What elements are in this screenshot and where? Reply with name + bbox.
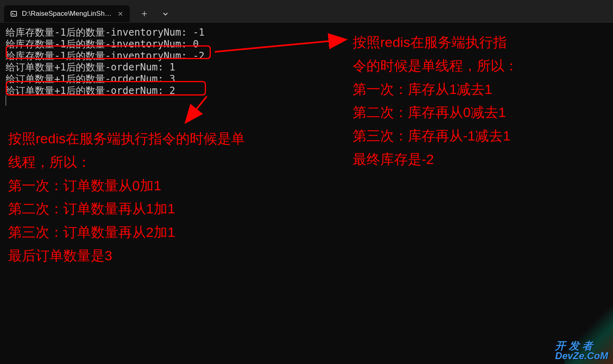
terminal-tab[interactable]: D:\RaiseSpace\MengLinShopp [4,5,130,22]
annotation-line: 最终库存是-2 [353,148,596,171]
tab-dropdown-button[interactable] [161,9,170,19]
annotation-line: 第三次：库存再从-1减去1 [353,124,596,148]
svg-rect-0 [11,11,17,16]
annotation-line: 线程，所以： [8,151,332,174]
annotation-line: 第一次：订单数量从0加1 [8,174,332,198]
annotation-line: 第二次：库存再从0减去1 [353,101,596,124]
annotation-line: 按照redis在服务端执行指 [353,31,596,54]
watermark-bottom: DevZe.CoM [555,351,608,361]
annotation-inventory: 按照redis在服务端执行指 令的时候是单线程，所以： 第一次：库存从1减去1 … [353,31,596,171]
annotation-line: 最后订单数量是3 [8,244,332,268]
terminal-icon [10,10,18,18]
terminal-cursor [6,95,6,106]
watermark-top: 开 发 者 [555,341,608,351]
new-tab-button[interactable] [139,9,149,19]
tab-title: D:\RaiseSpace\MengLinShopp [22,10,113,18]
annotation-line: 第二次：订单数量再从1加1 [8,197,332,221]
titlebar: D:\RaiseSpace\MengLinShopp [0,0,613,23]
annotation-line: 令的时候是单线程，所以： [353,54,596,78]
annotation-line: 按照redis在服务端执行指令的时候是单 [8,127,332,151]
watermark: 开 发 者 DevZe.CoM [555,341,608,361]
titlebar-actions [139,5,170,22]
annotation-line: 第一次：库存从1减去1 [353,78,596,101]
annotation-line: 第三次：订单数量再从2加1 [8,221,332,244]
close-tab-button[interactable] [117,10,124,17]
annotation-order: 按照redis在服务端执行指令的时候是单 线程，所以： 第一次：订单数量从0加1… [8,127,332,268]
